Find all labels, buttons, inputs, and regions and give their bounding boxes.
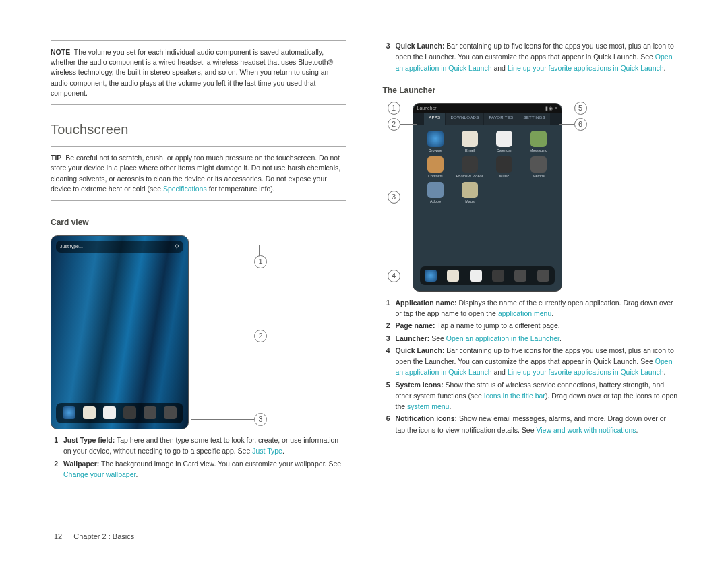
link-open-launcher[interactable]: Open an application in the Launcher	[446, 334, 559, 342]
subheading-cardview: Card view	[51, 218, 346, 227]
browser-icon	[427, 131, 444, 147]
note-label: NOTE	[51, 48, 70, 56]
page-number: 12	[54, 532, 62, 540]
callout-3: 3	[254, 413, 267, 426]
browser-icon	[63, 406, 75, 419]
email-icon	[462, 131, 478, 147]
cloud-icon	[144, 406, 156, 419]
callout-2: 2	[254, 330, 267, 342]
chapter-label: Chapter 2 : Basics	[73, 532, 134, 540]
launcher-titlebar: Launcher ▮ ◉ ≡	[413, 104, 562, 113]
callout-4: 4	[388, 270, 400, 282]
status-icons: ▮ ◉ ≡	[545, 106, 557, 111]
launcher-callouts: 1Application name: Displays the name of …	[383, 297, 678, 435]
music-icon	[123, 406, 136, 419]
just-type-text: Just type...	[60, 244, 83, 249]
tip-text: TIP Be careful not to scratch, crush, or…	[51, 153, 346, 194]
quick-launch-bar	[56, 403, 183, 423]
page-columns: NOTE The volume you set for each individ…	[51, 40, 677, 481]
music-icon	[496, 156, 512, 173]
subheading-launcher: The Launcher	[383, 86, 678, 95]
launcher-tabs: APPS DOWNLOADS FAVORITES SETTINGS	[413, 113, 562, 125]
messaging-icon	[530, 131, 547, 147]
link-lineup-ql2[interactable]: Line up your favorite applications in Qu…	[508, 368, 664, 376]
launcher-title: Launcher	[417, 106, 437, 111]
note-body: The volume you set for each individual a…	[51, 48, 333, 97]
browser-icon	[425, 270, 437, 282]
cloud-icon	[514, 270, 526, 282]
link-titlebar-icons[interactable]: Icons in the title bar	[484, 392, 545, 400]
just-type-bar: Just type... ⚲	[56, 241, 183, 253]
cardview-callouts: 1Just Type field: Tap here and then type…	[51, 435, 346, 480]
adobe-icon	[427, 182, 444, 198]
link-system-menu[interactable]: system menu	[407, 402, 449, 410]
tab-downloads: DOWNLOADS	[446, 113, 483, 125]
photos-icon	[462, 156, 478, 173]
link-just-type[interactable]: Just Type	[252, 447, 282, 455]
link-change-wallpaper[interactable]: Change your wallpaper	[63, 470, 135, 478]
link-notifications[interactable]: View and work with notifications	[536, 426, 636, 434]
device-launcher: Launcher ▮ ◉ ≡ APPS DOWNLOADS FAVORITES …	[413, 103, 562, 292]
device-cardview: Just type... ⚲	[51, 235, 189, 429]
ql-continued: 3Quick Launch: Bar containing up to five…	[383, 40, 678, 73]
memos-icon	[530, 156, 547, 173]
quick-launch-bar	[420, 266, 555, 285]
link-specifications[interactable]: Specifications	[163, 185, 207, 193]
callout-5: 5	[574, 102, 587, 115]
callout-1: 1	[254, 255, 267, 268]
link-app-menu[interactable]: application menu	[498, 309, 551, 317]
maps-icon	[462, 182, 478, 198]
section-heading-touchscreen: Touchscreen	[51, 122, 346, 142]
music-icon	[492, 270, 504, 282]
right-column: 3Quick Launch: Bar containing up to five…	[383, 40, 678, 481]
launcher-icon	[164, 406, 177, 419]
tab-apps: APPS	[424, 113, 445, 125]
calendar-icon	[470, 270, 482, 282]
left-column: NOTE The volume you set for each individ…	[51, 40, 346, 481]
calendar-icon	[103, 406, 116, 419]
callout-6: 6	[574, 118, 587, 131]
note-box: NOTE The volume you set for each individ…	[51, 40, 346, 105]
app-grid: Browser Email Calendar Messaging Contact…	[413, 125, 562, 209]
mail-icon	[83, 406, 96, 419]
figure-launcher: Launcher ▮ ◉ ≡ APPS DOWNLOADS FAVORITES …	[383, 103, 592, 292]
tab-favorites: FAVORITES	[484, 113, 518, 125]
contacts-icon	[427, 156, 444, 173]
mail-icon	[447, 270, 459, 282]
callout-1: 1	[388, 102, 400, 115]
link-lineup-ql[interactable]: Line up your favorite applications in Qu…	[508, 64, 664, 72]
tip-box: TIP Be careful not to scratch, crush, or…	[51, 146, 346, 201]
tip-label: TIP	[51, 154, 61, 162]
callout-3: 3	[388, 191, 400, 204]
figure-cardview: Just type... ⚲ 1 2 3	[51, 235, 260, 429]
launcher-icon	[537, 270, 549, 282]
note-text: NOTE The volume you set for each individ…	[51, 47, 346, 98]
tab-settings: SETTINGS	[518, 113, 549, 125]
callout-2: 2	[388, 118, 400, 131]
page-footer: 12 Chapter 2 : Basics	[54, 532, 134, 540]
calendar-icon	[496, 131, 512, 147]
